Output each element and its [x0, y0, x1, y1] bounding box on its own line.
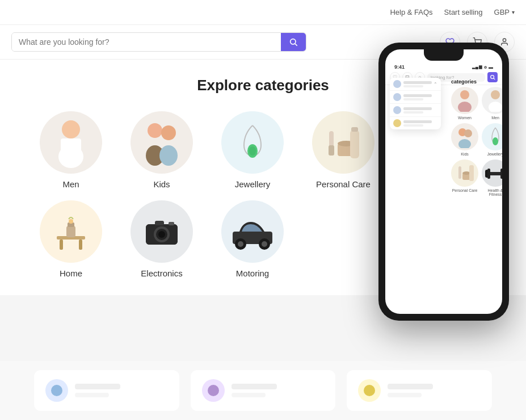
phone-cat-women-circle: [451, 87, 478, 114]
phone-dropdown-item-3[interactable]: [390, 116, 441, 129]
personal-care-illustration: [321, 120, 366, 165]
phone-dropdown-text-3: [403, 107, 432, 114]
phone-personal-care-illustration: [455, 162, 475, 184]
banner-text-2: [232, 384, 325, 397]
svg-point-49: [458, 139, 471, 148]
category-men-label: Men: [62, 179, 79, 189]
phone-dropdown-line2-4: [403, 124, 423, 127]
svg-rect-54: [469, 165, 474, 181]
phone-dropdown-chevron[interactable]: ⌃: [434, 82, 437, 87]
category-home-circle: [40, 200, 102, 263]
user-icon: [500, 37, 509, 47]
kids-illustration: [139, 117, 184, 168]
category-motoring-circle: [221, 200, 284, 263]
svg-point-28: [69, 219, 73, 224]
banner-icon-2: [202, 379, 225, 402]
phone-dropdown-line2-1: [403, 85, 423, 87]
svg-point-40: [262, 241, 267, 247]
svg-point-8: [148, 123, 162, 138]
phone-cat-kids[interactable]: Kids: [451, 123, 478, 156]
phone-dropdown-item-2[interactable]: [390, 103, 441, 116]
svg-rect-25: [79, 240, 82, 250]
banner-subtitle-2: [232, 393, 266, 397]
top-navigation: Help & FAQs Start selling GBP: [0, 0, 526, 25]
banner-text-1: [75, 384, 168, 397]
phone-cat-women-label: Women: [458, 116, 472, 120]
phone-status-right: ▂▄▆ ⌾ ▬: [472, 65, 493, 70]
phone-dropdown-text-block-1: [403, 81, 432, 87]
svg-point-0: [291, 39, 296, 44]
phone-categories-title: categories: [447, 77, 502, 86]
banner-card-3[interactable]: [347, 370, 492, 411]
signal-icon: ▂▄▆: [472, 65, 482, 69]
svg-point-43: [460, 90, 469, 99]
svg-point-13: [249, 146, 256, 156]
phone-cat-health-fitness[interactable]: Health & Fitness: [482, 159, 502, 196]
category-kids[interactable]: Kids: [125, 111, 199, 189]
home-illustration: [48, 209, 94, 254]
phone-dropdown-avatar-1: [393, 80, 401, 88]
phone-cat-kids-circle: [451, 123, 478, 150]
phone-cat-women[interactable]: Women: [451, 87, 478, 120]
phone-cat-jewellery[interactable]: Jewellery: [482, 123, 502, 156]
banner-card-2[interactable]: [191, 370, 336, 411]
svg-point-4: [503, 39, 506, 41]
phone-cat-personal-care-label: Personal Care: [452, 188, 478, 192]
category-motoring[interactable]: Motoring: [216, 200, 289, 278]
svg-point-50: [493, 137, 498, 145]
banner-title-1: [75, 384, 120, 389]
banner-subtitle-3: [388, 393, 422, 397]
svg-point-45: [491, 90, 500, 99]
phone-mockup: 9:41 ▂▄▆ ⌾ ▬ ♡ ⊡ ○ looking for?: [378, 43, 509, 321]
start-selling-link[interactable]: Start selling: [444, 8, 483, 16]
phone-cat-health-fitness-label: Health & Fitness: [482, 188, 502, 196]
phone-cat-jewellery-circle: [482, 123, 502, 150]
phone-cat-personal-care[interactable]: Personal Care: [451, 159, 478, 196]
phone-cat-personal-care-circle: [451, 159, 478, 187]
category-men[interactable]: Men: [34, 111, 108, 189]
phone-cat-men[interactable]: Men: [482, 87, 502, 120]
phone-dropdown-line1-3: [403, 107, 432, 110]
search-input[interactable]: [12, 33, 281, 51]
category-jewellery[interactable]: Jewellery: [216, 111, 289, 189]
banner-icon-1: [45, 379, 68, 402]
phone-status-bar: 9:41 ▂▄▆ ⌾ ▬: [385, 62, 502, 70]
category-electronics-label: Electronics: [141, 268, 182, 278]
bottom-banners: [0, 361, 526, 420]
banner-icon-shape-1: [51, 385, 62, 396]
banner-card-1[interactable]: [34, 370, 179, 411]
banner-title-3: [388, 384, 433, 389]
banner-icon-shape-3: [364, 385, 375, 396]
category-home[interactable]: Home: [34, 200, 108, 278]
help-faqs-link[interactable]: Help & FAQs: [390, 8, 432, 16]
svg-point-46: [489, 102, 502, 112]
phone-time: 9:41: [394, 64, 405, 70]
men-illustration: [48, 117, 94, 168]
banner-icon-3: [358, 379, 381, 402]
phone-dropdown-header: ⌃: [390, 78, 441, 90]
phone-men-illustration: [485, 89, 502, 112]
category-home-label: Home: [60, 268, 82, 278]
search-button[interactable]: [281, 33, 306, 51]
svg-rect-19: [351, 127, 358, 132]
electronics-illustration: [139, 212, 184, 251]
phone-content-area: 9:41 ▂▄▆ ⌾ ▬ ♡ ⊡ ○ looking for?: [385, 49, 502, 314]
phone-dropdown-text-2: [403, 94, 432, 100]
svg-point-5: [62, 120, 80, 138]
category-personal-care[interactable]: Personal Care: [306, 111, 380, 189]
phone-dropdown-item-1[interactable]: [390, 90, 441, 103]
currency-selector[interactable]: GBP: [494, 8, 515, 16]
category-motoring-label: Motoring: [236, 268, 269, 278]
phone-dropdown-line1-2: [403, 94, 432, 97]
phone-dropdown-selected: [393, 80, 432, 88]
phone-women-illustration: [455, 89, 475, 112]
phone-jewellery-illustration: [485, 125, 502, 148]
svg-point-38: [238, 241, 243, 247]
phone-cat-men-label: Men: [491, 116, 499, 120]
battery-icon: ▬: [489, 65, 493, 70]
svg-point-33: [158, 231, 165, 238]
phone-dropdown-avatar-3: [393, 106, 401, 114]
category-electronics[interactable]: Electronics: [125, 200, 199, 278]
phone-main-area: categories Women: [447, 77, 502, 314]
phone-notch: [424, 49, 464, 61]
